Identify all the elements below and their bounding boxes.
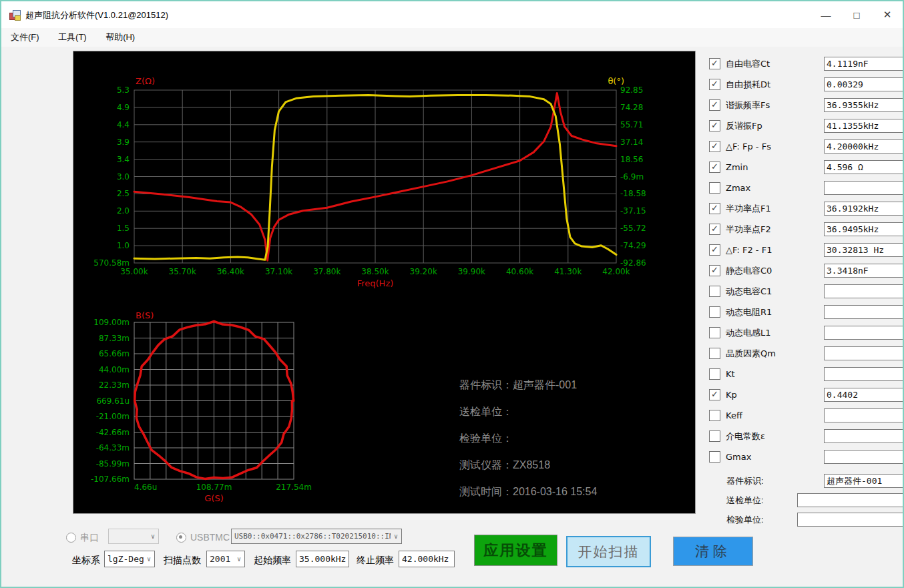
svg-text:3.4: 3.4 bbox=[117, 155, 130, 164]
svg-text:-18.58: -18.58 bbox=[620, 189, 646, 198]
result-value-field[interactable] bbox=[824, 326, 904, 340]
result-checkbox[interactable] bbox=[709, 348, 720, 359]
result-value-field[interactable] bbox=[824, 388, 904, 402]
serial-radio[interactable] bbox=[66, 533, 76, 543]
svg-text:4.66u: 4.66u bbox=[134, 483, 157, 492]
identity-value-field[interactable] bbox=[797, 493, 904, 507]
result-value-field[interactable] bbox=[824, 429, 904, 443]
svg-text:2.0: 2.0 bbox=[117, 206, 130, 216]
minimize-icon[interactable]: — bbox=[811, 1, 841, 28]
result-checkbox[interactable] bbox=[709, 368, 720, 380]
usbtmc-label: USBTMC bbox=[190, 532, 230, 543]
menu-help[interactable]: 帮助(H) bbox=[99, 28, 142, 47]
result-row: ✓Zmin bbox=[709, 157, 904, 178]
chevron-down-icon: ∨ bbox=[148, 533, 158, 540]
result-row: Gmax bbox=[709, 447, 904, 467]
svg-text:Z(Ω): Z(Ω) bbox=[136, 76, 155, 86]
result-value-field[interactable] bbox=[824, 305, 904, 319]
result-value-field[interactable] bbox=[824, 346, 904, 360]
close-icon[interactable]: ✕ bbox=[872, 1, 903, 28]
result-label: 自由损耗Dt bbox=[726, 79, 770, 91]
result-row: ✓反谐振Fp bbox=[709, 115, 904, 136]
result-value-field[interactable] bbox=[824, 408, 904, 422]
result-checkbox[interactable] bbox=[709, 327, 720, 338]
result-checkbox[interactable]: ✓ bbox=[709, 203, 720, 214]
menu-file[interactable]: 文件(F) bbox=[4, 28, 46, 47]
result-value-field[interactable] bbox=[824, 181, 904, 195]
result-row: ✓自由电容Ct bbox=[709, 53, 904, 74]
start-scan-button[interactable]: 开始扫描 bbox=[566, 536, 651, 567]
result-value-field[interactable] bbox=[824, 139, 904, 154]
usbtmc-radio[interactable] bbox=[176, 533, 186, 543]
result-checkbox[interactable] bbox=[709, 451, 720, 463]
result-checkbox[interactable]: ✓ bbox=[709, 389, 720, 400]
result-checkbox[interactable] bbox=[709, 306, 720, 318]
info-label: 器件标识： bbox=[459, 379, 513, 390]
result-value-field[interactable] bbox=[824, 450, 904, 464]
identity-value-field[interactable] bbox=[797, 513, 904, 527]
coord-system-select[interactable]: lgZ-Deg ∨ bbox=[104, 551, 155, 567]
identity-value-field[interactable] bbox=[824, 474, 904, 488]
result-value-field[interactable] bbox=[824, 222, 904, 236]
result-row: ✓△F: F2 - F1 bbox=[709, 240, 904, 260]
info-label: 测试时间： bbox=[459, 486, 513, 497]
result-value-field[interactable] bbox=[824, 243, 904, 257]
serial-port-select[interactable]: ∨ bbox=[108, 529, 159, 544]
result-row: Kt bbox=[709, 364, 904, 384]
result-value-field[interactable] bbox=[824, 284, 904, 298]
result-value-field[interactable] bbox=[824, 202, 904, 216]
svg-text:74.28: 74.28 bbox=[620, 103, 643, 112]
start-freq-label: 起始频率 bbox=[254, 555, 291, 567]
svg-text:92.85: 92.85 bbox=[620, 85, 643, 95]
result-checkbox[interactable]: ✓ bbox=[709, 162, 720, 173]
svg-text:-107.66m: -107.66m bbox=[91, 475, 130, 484]
sweep-points-label: 扫描点数 bbox=[164, 555, 201, 567]
result-value-field[interactable] bbox=[824, 98, 904, 112]
usbtmc-address-select[interactable]: USB0::0x0471::0x2786::T020215010::INSTR … bbox=[231, 529, 402, 544]
result-row: ✓自由损耗Dt bbox=[709, 74, 904, 95]
result-row: ✓半功率点F1 bbox=[709, 198, 904, 219]
svg-text:-6.9m: -6.9m bbox=[620, 172, 644, 182]
results-panel: ✓自由电容Ct✓自由损耗Dt✓谐振频率Fs✓反谐振Fp✓△F: Fp - Fs✓… bbox=[709, 53, 904, 529]
result-checkbox[interactable]: ✓ bbox=[709, 79, 720, 90]
result-label: 自由电容Ct bbox=[726, 58, 770, 70]
result-value-field[interactable] bbox=[824, 57, 904, 71]
stop-freq-input[interactable] bbox=[399, 551, 455, 567]
svg-text:-92.86: -92.86 bbox=[620, 258, 646, 268]
apply-settings-button[interactable]: 应用设置 bbox=[474, 535, 557, 566]
maximize-icon[interactable]: □ bbox=[841, 1, 872, 28]
svg-text:44.00m: 44.00m bbox=[99, 365, 130, 374]
result-value-field[interactable] bbox=[824, 264, 904, 278]
result-value-field[interactable] bbox=[824, 119, 904, 133]
svg-text:37.80k: 37.80k bbox=[313, 267, 341, 276]
result-row: ✓静态电容C0 bbox=[709, 260, 904, 281]
svg-text:38.50k: 38.50k bbox=[361, 267, 389, 276]
result-checkbox[interactable]: ✓ bbox=[709, 244, 720, 256]
menu-tools[interactable]: 工具(T) bbox=[51, 28, 93, 47]
result-label: 介电常数ε bbox=[726, 430, 765, 443]
start-freq-input[interactable] bbox=[296, 551, 349, 567]
result-label: 半功率点F2 bbox=[726, 224, 771, 236]
clear-button[interactable]: 清除 bbox=[673, 537, 753, 566]
result-label: 静态电容C0 bbox=[726, 265, 772, 277]
svg-text:Freq(Hz): Freq(Hz) bbox=[357, 278, 394, 288]
result-value-field[interactable] bbox=[824, 160, 904, 174]
result-checkbox[interactable] bbox=[709, 410, 720, 421]
result-value-field[interactable] bbox=[824, 77, 904, 91]
result-checkbox[interactable] bbox=[709, 182, 720, 194]
result-checkbox[interactable]: ✓ bbox=[709, 99, 720, 111]
title-bar: 超声阻抗分析软件(V1.0.21@201512) — □ ✕ bbox=[1, 1, 903, 28]
result-value-field[interactable] bbox=[824, 367, 904, 381]
result-checkbox[interactable] bbox=[709, 430, 720, 442]
svg-text:37.10k: 37.10k bbox=[265, 267, 292, 276]
result-checkbox[interactable]: ✓ bbox=[709, 265, 720, 276]
result-checkbox[interactable]: ✓ bbox=[709, 120, 720, 131]
result-checkbox[interactable]: ✓ bbox=[709, 224, 720, 235]
sweep-points-select[interactable]: 2001 ∨ bbox=[206, 551, 245, 567]
result-checkbox[interactable]: ✓ bbox=[709, 141, 720, 152]
info-value: 超声器件-001 bbox=[513, 379, 577, 390]
result-checkbox[interactable] bbox=[709, 286, 720, 297]
svg-text:37.14: 37.14 bbox=[620, 137, 643, 147]
result-checkbox[interactable]: ✓ bbox=[709, 58, 720, 69]
svg-text:-21.00m: -21.00m bbox=[96, 412, 130, 421]
